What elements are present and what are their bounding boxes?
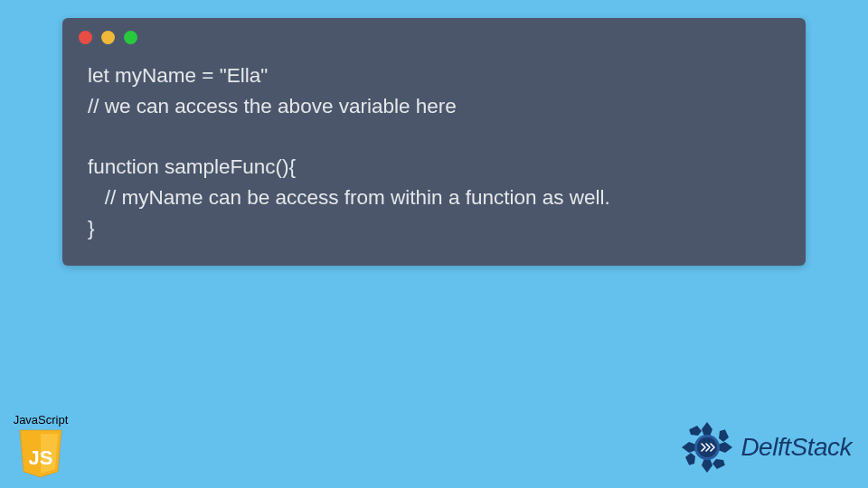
code-line: let myName = "Ella" xyxy=(88,64,268,87)
code-line: // we can access the above variable here xyxy=(88,95,457,117)
code-line: function sampleFunc(){ xyxy=(88,155,296,178)
window-titlebar xyxy=(62,18,806,52)
javascript-badge: JavaScript JS xyxy=(11,413,71,479)
delftstack-logo-icon xyxy=(679,419,735,475)
js-logo-text: JS xyxy=(29,446,53,469)
code-block: let myName = "Ella" // we can access the… xyxy=(62,52,806,249)
minimize-icon xyxy=(101,31,115,44)
javascript-label: JavaScript xyxy=(11,413,71,427)
close-icon xyxy=(79,31,92,44)
delftstack-name: DelftStack xyxy=(741,433,852,462)
javascript-shield-icon: JS xyxy=(18,428,63,479)
code-window: let myName = "Ella" // we can access the… xyxy=(62,18,806,266)
maximize-icon xyxy=(124,31,137,44)
code-line: } xyxy=(88,217,95,239)
code-line: // myName can be access from within a fu… xyxy=(88,186,610,209)
delftstack-brand: DelftStack xyxy=(679,419,852,475)
